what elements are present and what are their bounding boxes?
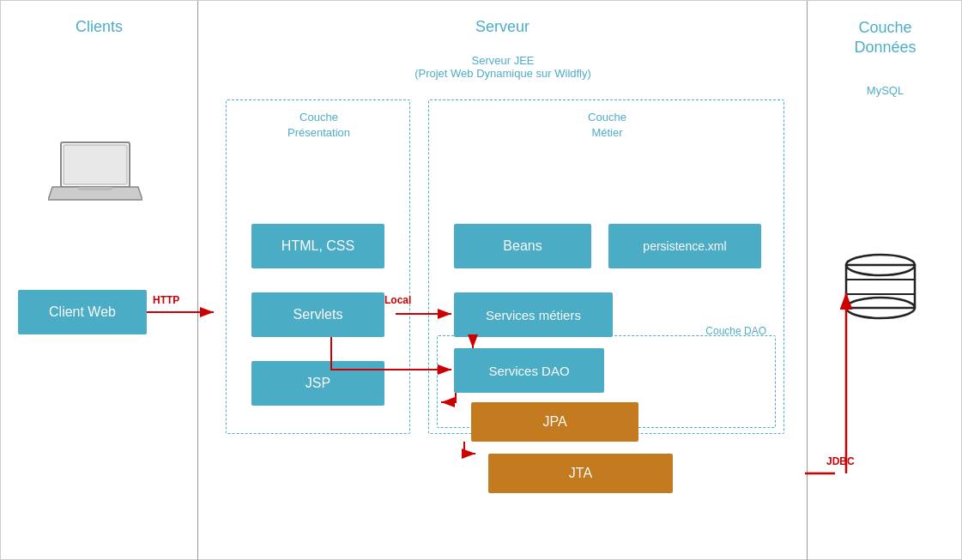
svg-rect-3 (78, 187, 112, 190)
database-icon (838, 250, 923, 330)
diagram-container: Clients Serveur Serveur JEE (Projet Web … (0, 0, 962, 560)
jta-box: JTA (488, 454, 673, 493)
server-jee-label: Serveur JEE (Projet Web Dynamique sur Wi… (198, 54, 808, 80)
persistence-xml-box: persistence.xml (608, 224, 761, 268)
services-metiers-box: Services métiers (454, 292, 613, 337)
jdbc-label: JDBC (826, 455, 855, 467)
section-server: Serveur Serveur JEE (Projet Web Dynamiqu… (198, 1, 808, 560)
jpa-box: JPA (471, 402, 638, 442)
svg-rect-1 (64, 145, 127, 184)
mysql-label: MySQL (808, 84, 962, 97)
couche-metier-label: Couche Métier (588, 111, 626, 139)
section-clients: Clients (1, 1, 198, 560)
services-dao-box: Services DAO (454, 348, 604, 393)
jsp-box: JSP (251, 361, 384, 406)
html-css-box: HTML, CSS (251, 224, 384, 268)
data-title: Couche Données (808, 1, 962, 58)
server-title: Serveur (198, 1, 807, 36)
servlets-box: Servlets (251, 292, 384, 337)
couche-presentation-label: Couche Présentation (287, 111, 350, 139)
laptop-icon (48, 138, 142, 207)
local-label: Local (384, 294, 411, 306)
client-web-box: Client Web (18, 290, 147, 334)
section-data: Couche Données MySQL (808, 1, 962, 560)
clients-title: Clients (1, 1, 197, 36)
couche-dao-label: Couche DAO (705, 325, 766, 337)
beans-box: Beans (454, 224, 591, 268)
http-label: HTTP (153, 294, 179, 306)
